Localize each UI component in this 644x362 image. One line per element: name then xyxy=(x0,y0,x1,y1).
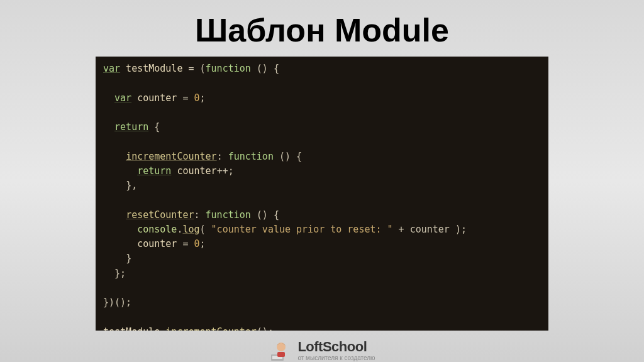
number: 0 xyxy=(194,92,200,104)
svg-point-2 xyxy=(277,343,286,351)
ident: counter xyxy=(131,92,182,104)
punct: ; xyxy=(200,238,206,250)
keyword-function: function xyxy=(206,209,251,221)
punct: ++; xyxy=(217,165,234,177)
punct: ( xyxy=(200,224,211,235)
punct: () { xyxy=(274,151,302,162)
punct: = ( xyxy=(188,63,205,74)
method: incrementCounter xyxy=(165,326,257,331)
keyword-return: return xyxy=(114,121,148,133)
property: incrementCounter xyxy=(126,151,217,162)
punct: (); xyxy=(257,326,274,331)
string: "counter value prior to reset: " xyxy=(211,224,393,235)
punct: () { xyxy=(251,63,279,74)
logo-text: LoftSchool от мыслителя к создателю xyxy=(297,340,375,361)
punct: }, xyxy=(126,180,137,191)
svg-rect-3 xyxy=(277,352,285,357)
ident: testModule xyxy=(103,326,160,331)
punct: : xyxy=(194,209,206,221)
code-block: var testModule = (function () { var coun… xyxy=(96,57,548,331)
object: console xyxy=(137,224,177,235)
ident: counter xyxy=(171,165,216,177)
punct: : xyxy=(217,151,228,162)
punct: { xyxy=(148,121,160,133)
punct: . xyxy=(160,326,165,331)
punct: } xyxy=(126,253,131,264)
punct: = xyxy=(182,92,194,104)
logo-name: LoftSchool xyxy=(297,340,375,354)
punct: ; xyxy=(200,92,206,104)
ident: counter xyxy=(137,238,182,250)
punct: = xyxy=(182,238,194,250)
logo: LoftSchool от мыслителя к создателю xyxy=(269,339,375,362)
keyword-function: function xyxy=(206,63,251,74)
number: 0 xyxy=(194,238,200,250)
keyword-var: var xyxy=(103,63,120,74)
property: resetCounter xyxy=(126,209,194,221)
logo-tagline: от мыслителя к создателю xyxy=(297,355,375,361)
punct: + counter ); xyxy=(393,224,467,235)
punct: })(); xyxy=(103,297,131,308)
keyword-var: var xyxy=(114,92,131,104)
keyword-function: function xyxy=(228,151,274,162)
method: log xyxy=(182,224,199,235)
punct: () { xyxy=(251,209,279,221)
slide-title: Шаблон Module xyxy=(195,11,449,49)
ident: testModule xyxy=(120,63,188,74)
keyword-return: return xyxy=(137,165,171,177)
punct: }; xyxy=(114,268,126,279)
logo-icon xyxy=(269,339,291,362)
